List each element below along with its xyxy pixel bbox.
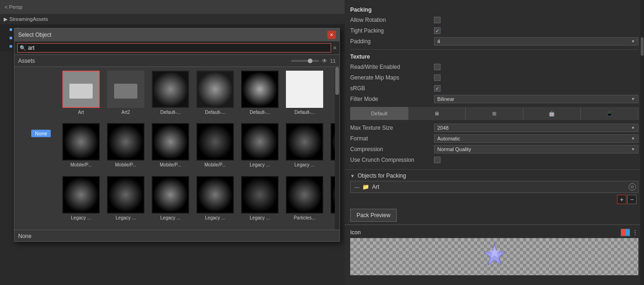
add-object-button[interactable]: + [617,195,626,204]
read-write-checkbox[interactable] [434,64,441,70]
target-icon[interactable]: ⊙ [629,183,636,191]
clear-search-button[interactable]: × [333,45,337,51]
padding-label: Padding [350,38,434,45]
objects-for-packing-section: ▼ Objects for Packing — 📁 Art ⊙ + − [345,171,644,206]
tab-ios[interactable]: 📱 [581,107,638,120]
menu-dots[interactable]: ⋮ [632,229,638,236]
grid-item-legacy4[interactable]: Legacy ... [60,176,102,226]
grid-item-default3[interactable]: Default-... [239,71,281,120]
right-panel: Packing Allow Rotation Tight Packing Pad… [345,0,644,285]
tight-packing-row: Tight Packing [350,26,638,36]
collapse-arrow[interactable]: ▼ [350,173,355,179]
grid-label-default2: Default-... [205,110,225,115]
grid-item-legacy2[interactable]: Legacy ... [284,123,325,173]
assets-controls: 👁 11 [291,58,336,64]
sprite-overlay [478,240,511,273]
read-write-row: Read/Write Enabled [350,62,638,72]
grid-item-legacy7[interactable]: Legacy ... [194,176,236,226]
grid-item-particles1[interactable]: Particles... [284,176,325,226]
size-slider[interactable] [291,60,319,62]
tab-android[interactable]: 🤖 [523,107,581,120]
grid-item-default4[interactable]: Default-... [284,71,325,120]
svg-rect-16 [287,177,322,212]
grid-label-legacy1: Legacy ... [250,162,270,167]
packing-item-label: — 📁 Art [351,184,629,190]
filter-mode-label: Filter Mode [350,96,434,102]
grid-thumb-legacy6 [152,176,189,213]
grid-thumb-legacy2 [286,123,323,160]
slider-thumb [308,59,312,63]
grid-item-legacy1[interactable]: Legacy ... [239,123,281,173]
grid-thumb-mobile1 [62,123,100,160]
search-icon: 🔍 [20,45,26,51]
grid-scroll-thumb [335,67,339,95]
select-object-dialog: Select Object × 🔍 × Assets 👁 11 [14,28,340,242]
allow-rotation-checkbox[interactable] [434,17,441,23]
grid-scrollbar[interactable] [335,67,339,230]
grid-item-mobile2[interactable]: Mobile/P... [105,123,147,173]
svg-rect-9 [287,124,322,159]
grid-item-legacy8[interactable]: Legacy ... [239,176,281,226]
grid-item-mobile3[interactable]: Mobile/P... [149,123,191,173]
grid-item-art2[interactable]: Art2 [105,71,147,120]
srgb-row: sRGB [350,83,638,93]
search-input[interactable] [28,45,329,51]
packing-add-remove: + − [350,195,638,204]
grid-item-legacy6[interactable]: Legacy ... [149,176,191,226]
filter-mode-dropdown[interactable]: Bilinear ▼ [434,95,638,103]
compression-dropdown[interactable]: Normal Quality ▼ [434,145,638,153]
persp-bar: < Persp [0,0,345,14]
padding-dropdown[interactable]: 4 ▼ [434,37,638,46]
grid-label-particles1: Particles... [294,215,316,220]
divider-2 [345,169,644,170]
tab-windows[interactable]: ⊞ [466,107,523,120]
grid-thumb-default2 [197,71,234,108]
gen-mip-checkbox[interactable] [434,74,441,81]
padding-value: 4 [437,39,440,44]
dialog-close-button[interactable]: × [327,31,336,39]
grid-label-legacy7: Legacy ... [205,215,225,220]
grid-item-mobile4[interactable]: Mobile/P... [194,123,236,173]
tight-packing-checkbox[interactable] [434,27,441,34]
pack-preview-button[interactable]: Pack Preview [350,209,397,222]
dialog-grid: None Art Art2 [14,67,339,230]
icon-preview-label: Icon [350,229,361,236]
grid-item-legacy5[interactable]: Legacy ... [105,176,147,226]
small-folder-icon: 📁 [362,184,369,190]
crunch-checkbox[interactable] [434,157,441,163]
right-scrollbar[interactable] [640,0,644,285]
desktop-icon: 🖥 [434,111,439,116]
srgb-label: sRGB [350,85,434,92]
grid-item-default2[interactable]: Default-... [194,71,236,120]
none-badge: None [31,130,51,137]
tab-default[interactable]: Default [351,107,408,120]
allow-rotation-row: Allow Rotation [350,15,638,25]
grid-thumb-mobile4 [197,123,234,160]
format-dropdown[interactable]: Automatic ▼ [434,134,638,143]
max-texture-arrow: ▼ [631,126,635,130]
streaming-label: StreamingAssets [9,16,48,22]
folder-icon-art2 [114,80,137,99]
svg-rect-12 [108,177,143,212]
grid-label-legacy4: Legacy ... [71,215,91,220]
max-texture-dropdown[interactable]: 2048 ▼ [434,124,638,132]
svg-rect-3 [287,72,322,107]
grid-item-default1[interactable]: Default-... [149,71,191,120]
color-swatch[interactable] [621,229,630,236]
grid-label-default4: Default-... [294,110,314,115]
grid-thumb-default1 [152,71,189,108]
tab-desktop[interactable]: 🖥 [408,107,466,120]
max-texture-value: 2048 [437,125,448,131]
android-icon: 🤖 [549,111,555,117]
remove-object-button[interactable]: − [627,195,637,204]
grid-thumb-particles1 [286,176,323,213]
grid-item-mobile1[interactable]: Mobile/P... [60,123,102,173]
grid-label-art2: Art2 [122,110,130,115]
packing-art-row: — 📁 Art ⊙ [350,181,638,193]
grid-thumb-legacy1 [241,123,278,160]
grid-thumb-legacy7 [197,176,234,213]
dialog-search-bar: 🔍 × [14,41,339,55]
compression-value: Normal Quality [437,146,471,152]
srgb-checkbox[interactable] [434,85,441,92]
grid-item-art[interactable]: Art [60,71,102,120]
